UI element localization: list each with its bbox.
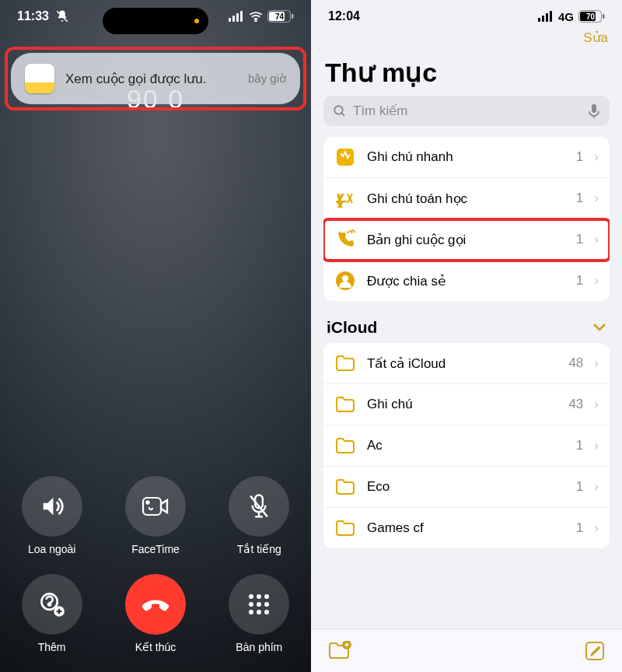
search-placeholder: Tìm kiếm	[353, 103, 407, 119]
speaker-label: Loa ngoài	[28, 543, 76, 555]
status-time: 11:33	[17, 9, 49, 23]
wifi-icon	[249, 11, 263, 22]
chevron-right-icon: ›	[594, 479, 599, 495]
folder-eco[interactable]: Eco 1 ›	[323, 467, 610, 508]
facetime-icon	[142, 495, 169, 518]
svg-rect-4	[240, 11, 243, 22]
notes-notification[interactable]: Xem cuộc gọi được lưu. bây giờ	[11, 53, 300, 104]
svg-text:74: 74	[275, 12, 285, 21]
folder-math-notes[interactable]: yx Ghi chú toán học 1 ›	[323, 178, 610, 219]
folder-icon	[334, 352, 356, 374]
speaker-button[interactable]: Loa ngoài	[22, 476, 82, 555]
svg-rect-40	[592, 104, 596, 113]
notes-app-icon	[25, 64, 54, 93]
chevron-right-icon: ›	[594, 232, 599, 247]
facetime-button[interactable]: FaceTime	[125, 476, 186, 555]
chevron-right-icon: ›	[594, 520, 599, 536]
quick-folders-list: Ghi chú nhanh 1 › yx Ghi chú toán học 1 …	[323, 137, 610, 301]
chevron-right-icon: ›	[594, 438, 599, 453]
signal-icon	[538, 11, 554, 22]
folder-count: 43	[568, 397, 583, 412]
svg-rect-31	[542, 16, 544, 22]
keypad-icon	[247, 593, 271, 616]
chevron-right-icon: ›	[594, 397, 599, 412]
svg-point-27	[249, 610, 253, 614]
more-button[interactable]: Thêm	[22, 574, 82, 653]
quick-note-icon	[334, 146, 356, 168]
svg-point-5	[255, 20, 257, 22]
notes-folders-screen: 12:04 4G 70 Sửa Thư mục Tìm kiếm Ghi chú…	[311, 0, 622, 672]
svg-rect-32	[546, 13, 548, 22]
svg-rect-2	[232, 16, 235, 22]
svg-point-21	[249, 594, 253, 599]
folder-shared[interactable]: Được chia sẻ 1 ›	[323, 261, 610, 301]
page-title: Thư mục	[311, 52, 622, 96]
folder-name: Tất cả iCloud	[367, 355, 557, 372]
icloud-folders-list: Tất cả iCloud 48 › Ghi chú 43 › Ac 1 › E…	[323, 343, 610, 548]
network-label: 4G	[558, 10, 574, 23]
highlight-notification: Xem cuộc gọi được lưu. bây giờ	[5, 47, 306, 110]
folder-name: Được chia sẻ	[367, 273, 565, 289]
folder-count: 1	[576, 479, 583, 495]
svg-point-28	[257, 610, 261, 614]
battery-icon: 70	[578, 10, 605, 23]
svg-point-25	[257, 602, 261, 607]
folder-name: Bản ghi cuộc gọi	[367, 232, 565, 248]
folder-notes[interactable]: Ghi chú 43 ›	[323, 384, 610, 425]
more-label: Thêm	[38, 641, 66, 653]
folder-ac[interactable]: Ac 1 ›	[323, 425, 610, 467]
folder-count: 48	[568, 355, 583, 371]
more-icon	[39, 591, 65, 618]
edit-button[interactable]: Sửa	[311, 23, 622, 52]
folder-name: Ghi chú	[367, 397, 557, 412]
bell-slash-icon	[55, 9, 69, 23]
folder-icon	[334, 435, 356, 457]
mic-icon[interactable]	[588, 103, 600, 119]
folder-count: 1	[576, 149, 583, 165]
keypad-label: Bàn phím	[236, 641, 282, 653]
mute-button[interactable]: Tắt tiếng	[229, 476, 289, 555]
folder-name: Games cf	[367, 520, 565, 536]
signal-icon	[229, 11, 244, 22]
folder-icon	[334, 517, 356, 539]
svg-point-23	[264, 594, 269, 599]
svg-text:x: x	[338, 201, 342, 208]
end-call-button[interactable]: Kết thúc	[125, 574, 186, 653]
keypad-button[interactable]: Bàn phím	[229, 574, 289, 653]
folder-icon	[334, 476, 356, 498]
folder-count: 1	[576, 273, 583, 289]
svg-point-26	[264, 602, 269, 607]
math-icon: yx	[334, 187, 356, 209]
new-note-button[interactable]	[585, 641, 605, 661]
folder-call-recordings[interactable]: Bản ghi cuộc gọi 1 ›	[323, 219, 610, 261]
folder-count: 1	[576, 191, 583, 206]
folder-games[interactable]: Games cf 1 ›	[323, 508, 610, 548]
call-screen: 11:33 74 Xem cuộc gọi được lưu. bây giờ …	[0, 0, 311, 672]
svg-rect-3	[236, 13, 239, 22]
speaker-icon	[39, 493, 65, 520]
folder-count: 1	[576, 232, 583, 247]
icloud-section-header[interactable]: iCloud	[311, 301, 622, 343]
dynamic-island	[103, 8, 208, 34]
svg-rect-1	[229, 18, 231, 22]
new-folder-button[interactable]	[328, 641, 351, 661]
svg-rect-30	[538, 18, 540, 22]
folder-name: Ac	[367, 438, 565, 453]
folder-name: Ghi chú nhanh	[367, 149, 565, 165]
svg-line-39	[341, 113, 344, 116]
folder-all-icloud[interactable]: Tất cả iCloud 48 ›	[323, 343, 610, 384]
notification-message: Xem cuộc gọi được lưu.	[65, 71, 237, 87]
mute-label: Tắt tiếng	[237, 543, 281, 555]
svg-point-11	[146, 501, 149, 503]
call-record-icon	[334, 229, 356, 250]
svg-point-24	[249, 602, 253, 607]
bottom-toolbar	[311, 628, 622, 672]
folder-name: Eco	[367, 479, 565, 495]
svg-rect-10	[143, 498, 161, 515]
svg-point-47	[342, 275, 348, 282]
folder-quick-notes[interactable]: Ghi chú nhanh 1 ›	[323, 137, 610, 178]
status-bar-right: 12:04 4G 70	[311, 0, 622, 23]
facetime-label: FaceTime	[131, 543, 180, 555]
chevron-right-icon: ›	[594, 191, 599, 206]
search-field[interactable]: Tìm kiếm	[323, 96, 610, 126]
